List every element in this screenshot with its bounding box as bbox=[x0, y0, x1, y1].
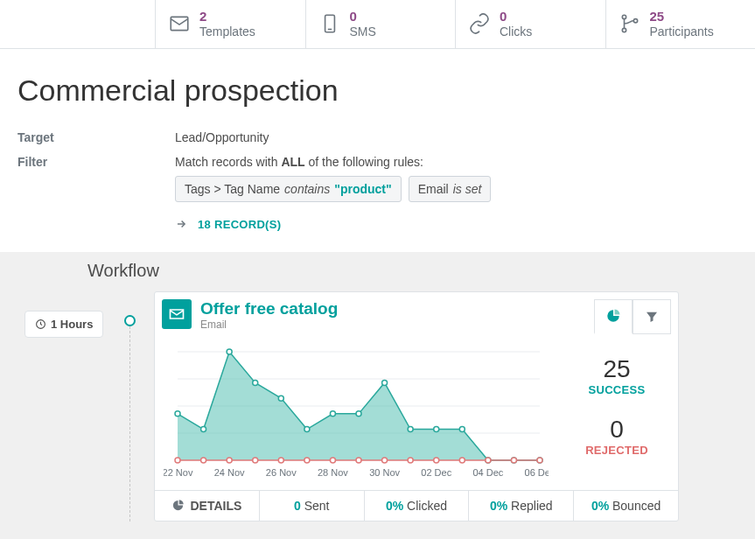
svg-text:02 Dec: 02 Dec bbox=[421, 467, 451, 478]
stat-sms[interactable]: 0 SMS bbox=[306, 0, 457, 48]
card-subtitle: Email bbox=[200, 318, 594, 331]
svg-point-3 bbox=[622, 16, 626, 19]
chip-field: Email bbox=[418, 182, 449, 196]
target-value: Lead/Opportunity bbox=[175, 130, 269, 144]
svg-point-16 bbox=[278, 396, 283, 401]
workflow-heading: Workflow bbox=[0, 252, 738, 291]
target-label: Target bbox=[17, 130, 175, 144]
svg-point-17 bbox=[304, 426, 310, 431]
svg-point-41 bbox=[537, 458, 542, 463]
stats-spacer bbox=[0, 0, 156, 48]
rejected-count: 0 bbox=[564, 416, 669, 444]
clicked-lbl: Clicked bbox=[407, 499, 447, 513]
branch-icon bbox=[619, 12, 641, 35]
funnel-icon bbox=[644, 309, 660, 325]
bounced-num: 0% bbox=[591, 499, 609, 513]
svg-point-15 bbox=[253, 380, 258, 385]
sent-lbl: Sent bbox=[304, 499, 330, 513]
svg-point-5 bbox=[633, 19, 637, 23]
card-title[interactable]: Offer free catalog bbox=[200, 299, 594, 318]
page-title: Commercial prospection bbox=[17, 74, 738, 108]
clock-icon bbox=[35, 318, 46, 330]
svg-text:28 Nov: 28 Nov bbox=[318, 467, 348, 478]
workflow-card: Offer free catalog Email 22 Nov24 Nov26 … bbox=[154, 291, 679, 522]
svg-point-23 bbox=[459, 426, 465, 431]
svg-point-12 bbox=[175, 411, 180, 416]
mobile-icon bbox=[318, 12, 341, 35]
footer-replied[interactable]: 0% Replied bbox=[469, 491, 574, 521]
stat-num: 0 bbox=[350, 9, 376, 24]
filter-chip-tags[interactable]: Tags > Tag Name contains "product" bbox=[175, 176, 402, 202]
pie-chart-icon bbox=[605, 308, 621, 324]
area-chart: 22 Nov24 Nov26 Nov28 Nov30 Nov02 Dec04 D… bbox=[164, 345, 549, 483]
clicked-num: 0% bbox=[386, 499, 403, 513]
svg-point-21 bbox=[408, 426, 413, 431]
envelope-icon bbox=[168, 305, 185, 323]
filter-intro-bold: ALL bbox=[281, 155, 304, 169]
chip-op: contains bbox=[284, 182, 330, 196]
stat-label: Templates bbox=[199, 24, 255, 39]
svg-point-40 bbox=[511, 458, 516, 463]
chart-toggle-button[interactable] bbox=[594, 299, 633, 334]
rejected-label: REJECTED bbox=[564, 444, 669, 457]
svg-point-20 bbox=[382, 380, 388, 385]
stat-num: 2 bbox=[199, 9, 255, 24]
svg-text:22 Nov: 22 Nov bbox=[164, 467, 193, 478]
timeline-dot bbox=[124, 315, 136, 326]
stat-num: 25 bbox=[650, 9, 714, 24]
stat-clicks[interactable]: 0 Clicks bbox=[456, 0, 606, 48]
chart-area: 22 Nov24 Nov26 Nov28 Nov30 Nov02 Dec04 D… bbox=[164, 345, 564, 486]
chip-op: is set bbox=[453, 182, 482, 196]
svg-point-39 bbox=[486, 458, 491, 463]
stat-label: SMS bbox=[350, 24, 376, 39]
svg-text:04 Dec: 04 Dec bbox=[472, 467, 503, 478]
svg-point-30 bbox=[253, 458, 258, 463]
stat-participants[interactable]: 25 Participants bbox=[606, 0, 756, 48]
filter-intro: Match records with ALL of the following … bbox=[175, 155, 491, 169]
stat-label: Participants bbox=[650, 24, 714, 39]
svg-point-35 bbox=[382, 458, 388, 463]
svg-point-37 bbox=[434, 458, 439, 463]
svg-text:30 Nov: 30 Nov bbox=[369, 467, 400, 478]
svg-point-18 bbox=[330, 411, 335, 416]
timeline-line bbox=[129, 326, 130, 522]
arrow-right-icon bbox=[175, 218, 187, 230]
stats-bar: 2 Templates 0 SMS 0 Clicks 25 Participan… bbox=[0, 0, 755, 49]
filter-intro-pre: Match records with bbox=[175, 155, 281, 169]
bounced-lbl: Bounced bbox=[612, 499, 661, 513]
stat-label: Clicks bbox=[500, 24, 532, 39]
replied-lbl: Replied bbox=[511, 499, 552, 513]
svg-text:24 Nov: 24 Nov bbox=[214, 467, 245, 478]
footer-clicked[interactable]: 0% Clicked bbox=[365, 491, 470, 521]
footer-bounced[interactable]: 0% Bounced bbox=[574, 491, 678, 521]
sent-num: 0 bbox=[294, 499, 301, 513]
stat-num: 0 bbox=[500, 9, 532, 24]
svg-point-32 bbox=[304, 458, 310, 463]
svg-point-22 bbox=[434, 426, 439, 431]
details-button[interactable]: DETAILS bbox=[155, 491, 260, 521]
chip-field: Tags > Tag Name bbox=[185, 182, 280, 196]
filter-toggle-button[interactable] bbox=[633, 299, 671, 334]
footer-sent[interactable]: 0 Sent bbox=[260, 491, 365, 521]
records-link[interactable]: 18 RECORD(S) bbox=[198, 218, 281, 231]
svg-text:06 Dec: 06 Dec bbox=[525, 467, 549, 478]
svg-point-34 bbox=[356, 458, 361, 463]
svg-rect-0 bbox=[171, 18, 188, 31]
filter-chip-email[interactable]: Email is set bbox=[409, 176, 492, 202]
chip-value: "product" bbox=[334, 182, 391, 196]
svg-point-4 bbox=[622, 29, 626, 32]
envelope-icon bbox=[168, 12, 191, 35]
delay-text: 1 Hours bbox=[51, 318, 93, 331]
svg-point-31 bbox=[278, 458, 283, 463]
details-label: DETAILS bbox=[190, 499, 241, 513]
svg-point-19 bbox=[356, 411, 361, 416]
link-icon bbox=[468, 12, 491, 35]
svg-point-13 bbox=[201, 426, 206, 431]
success-count: 25 bbox=[564, 355, 669, 383]
svg-point-36 bbox=[408, 458, 413, 463]
delay-pill[interactable]: 1 Hours bbox=[24, 311, 103, 338]
stat-templates[interactable]: 2 Templates bbox=[156, 0, 306, 48]
svg-point-29 bbox=[227, 458, 232, 463]
replied-num: 0% bbox=[490, 499, 507, 513]
filter-intro-post: of the following rules: bbox=[305, 155, 423, 169]
